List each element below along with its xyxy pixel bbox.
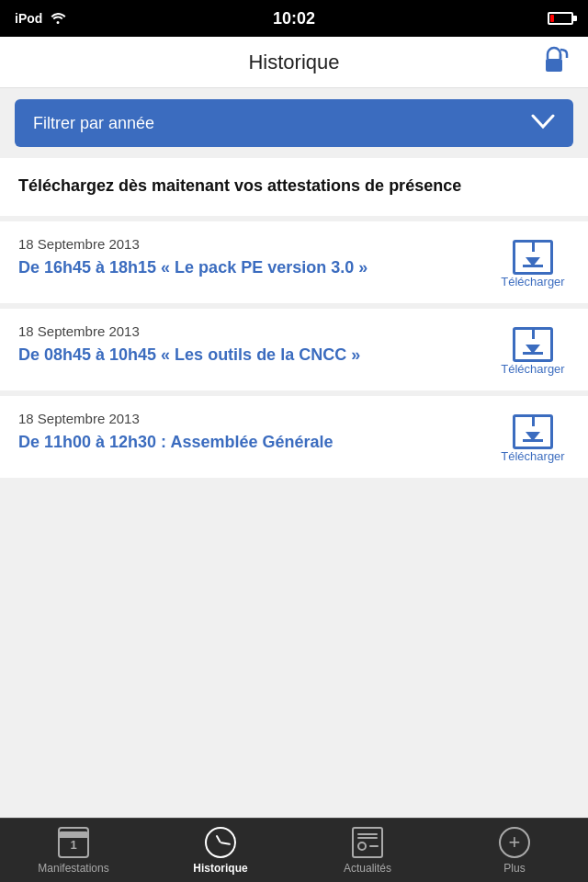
wifi-icon [50,11,66,27]
status-left: iPod [15,11,66,27]
svg-rect-0 [546,59,562,72]
promo-section: Téléchargez dès maitenant vos attestatio… [0,158,588,216]
download-label-1: Télécharger [501,275,564,288]
list-item: 18 Septembre 2013 De 11h00 à 12h30 : Ass… [0,390,588,478]
item-content-1: 18 Septembre 2013 De 16h45 à 18h15 « Le … [18,236,496,278]
calendar-icon: 1 [58,827,89,858]
lock-icon[interactable] [542,46,570,79]
list-item: 18 Septembre 2013 De 16h45 à 18h15 « Le … [0,216,588,303]
download-button-3[interactable]: Télécharger [496,411,570,463]
item-link-3[interactable]: De 11h00 à 12h30 : Assemblée Générale [18,432,481,453]
device-label: iPod [15,11,42,26]
filter-button[interactable]: Filtrer par année [15,99,573,147]
item-date-1: 18 Septembre 2013 [18,236,481,252]
item-date-2: 18 Septembre 2013 [18,323,481,339]
item-link-1[interactable]: De 16h45 à 18h15 « Le pack PE version 3.… [18,257,481,278]
item-link-2[interactable]: De 08h45 à 10h45 « Les outils de la CNCC… [18,345,481,366]
promo-text: Téléchargez dès maitenant vos attestatio… [18,175,570,198]
tab-bar: 1 Manifestations Historique Actualités +… [0,818,588,882]
filter-label: Filtrer par année [33,114,154,133]
download-icon-2 [513,327,553,362]
tab-manifestations-label: Manifestations [38,862,108,875]
item-content-2: 18 Septembre 2013 De 08h45 à 10h45 « Les… [18,323,496,366]
tab-plus[interactable]: + Plus [441,819,588,882]
item-content-3: 18 Septembre 2013 De 11h00 à 12h30 : Ass… [18,411,496,453]
download-button-1[interactable]: Télécharger [496,236,570,288]
item-date-3: 18 Septembre 2013 [18,411,481,426]
download-label-2: Télécharger [501,362,564,376]
document-icon [352,827,383,858]
list-item: 18 Septembre 2013 De 08h45 à 10h45 « Les… [0,303,588,390]
tab-plus-label: Plus [503,862,525,875]
status-right [548,12,573,25]
plus-icon: + [499,827,530,858]
chevron-down-icon [531,113,555,134]
battery-icon [548,12,573,25]
tab-actualites[interactable]: Actualités [294,819,441,882]
tab-actualites-label: Actualités [344,862,391,875]
download-button-2[interactable]: Télécharger [496,323,570,376]
page-title: Historique [248,51,339,74]
download-icon-1 [513,240,553,275]
clock-icon [205,827,236,858]
main-content: Filtrer par année Téléchargez dès maiten… [0,88,588,818]
download-icon-3 [513,414,553,449]
tab-historique[interactable]: Historique [147,819,294,882]
download-label-3: Télécharger [501,449,564,463]
status-bar: iPod 10:02 [0,0,588,37]
tab-manifestations[interactable]: 1 Manifestations [0,819,147,882]
navigation-bar: Historique [0,37,588,88]
tab-historique-label: Historique [193,862,247,875]
time-display: 10:02 [273,9,315,28]
filter-section: Filtrer par année [0,88,588,158]
